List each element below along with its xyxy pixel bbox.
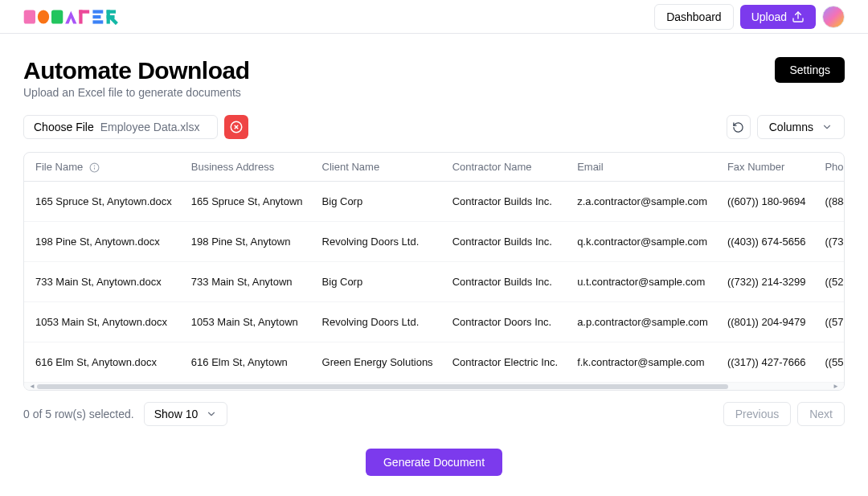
cell-fax-number: ((732)) 214-3299 bbox=[718, 262, 816, 302]
columns-button[interactable]: Columns bbox=[757, 115, 845, 139]
cell-file-name: 198 Pine St, Anytown.docx bbox=[24, 222, 182, 262]
close-circle-icon bbox=[229, 120, 244, 134]
scroll-right-arrow-icon: ► bbox=[831, 383, 841, 390]
scroll-left-arrow-icon: ◄ bbox=[27, 383, 37, 390]
info-icon bbox=[89, 162, 100, 173]
cell-client-name: Revolving Doors Ltd. bbox=[313, 302, 443, 342]
cell-email: z.a.contractor@sample.com bbox=[567, 182, 718, 222]
cell-client-name: Big Corp bbox=[313, 262, 443, 302]
col-contractor-name[interactable]: Contractor Name bbox=[443, 153, 568, 182]
cell-email: f.k.contractor@sample.com bbox=[567, 342, 718, 383]
table-row[interactable]: 198 Pine St, Anytown.docx198 Pine St, An… bbox=[24, 222, 844, 262]
cell-file-name: 733 Main St, Anytown.docx bbox=[24, 262, 182, 302]
file-input[interactable]: Choose File Employee Data.xlsx bbox=[23, 115, 218, 139]
cell-business-address: 1053 Main St, Anytown bbox=[182, 302, 313, 342]
cell-email: q.k.contractor@sample.com bbox=[567, 222, 718, 262]
col-client-name[interactable]: Client Name bbox=[313, 153, 443, 182]
cell-email: u.t.contractor@sample.com bbox=[567, 262, 718, 302]
svg-rect-6 bbox=[92, 10, 103, 13]
avatar[interactable] bbox=[822, 6, 845, 28]
dashboard-button[interactable]: Dashboard bbox=[654, 4, 734, 30]
cell-phone-number: ((522)) 274-6782 bbox=[815, 262, 844, 302]
table-row[interactable]: 1053 Main St, Anytown.docx1053 Main St, … bbox=[24, 302, 844, 342]
cell-client-name: Big Corp bbox=[313, 182, 443, 222]
cell-contractor-name: Contractor Builds Inc. bbox=[443, 262, 568, 302]
svg-rect-0 bbox=[24, 10, 35, 23]
refresh-button[interactable] bbox=[727, 115, 751, 139]
col-email[interactable]: Email bbox=[567, 153, 718, 182]
page-size-select[interactable]: Show 10 bbox=[144, 402, 227, 426]
cell-client-name: Green Energy Solutions bbox=[313, 342, 443, 383]
cell-fax-number: ((317)) 427-7666 bbox=[718, 342, 816, 383]
header-actions: Dashboard Upload bbox=[654, 4, 845, 30]
upload-button[interactable]: Upload bbox=[740, 5, 816, 29]
cell-business-address: 198 Pine St, Anytown bbox=[182, 222, 313, 262]
page-subtitle: Upload an Excel file to generate documen… bbox=[23, 86, 250, 99]
svg-rect-5 bbox=[79, 10, 89, 13]
logo-icon bbox=[23, 9, 128, 25]
data-table: File Name Business Address Client Name C… bbox=[23, 152, 845, 391]
cell-phone-number: ((735)) 455-9564 bbox=[815, 222, 844, 262]
next-button[interactable]: Next bbox=[797, 402, 845, 426]
cell-phone-number: ((884)) 924-5486 bbox=[815, 182, 844, 222]
page-title: Automate Download bbox=[23, 57, 250, 84]
selected-file-name: Employee Data.xlsx bbox=[100, 121, 200, 133]
svg-rect-8 bbox=[92, 20, 103, 23]
col-fax-number[interactable]: Fax Number bbox=[718, 153, 816, 182]
logo[interactable] bbox=[23, 9, 128, 25]
file-toolbar: Choose File Employee Data.xlsx Columns bbox=[23, 115, 845, 139]
svg-rect-1 bbox=[38, 10, 49, 23]
cell-fax-number: ((403)) 674-5656 bbox=[718, 222, 816, 262]
clear-file-button[interactable] bbox=[224, 115, 248, 139]
cell-business-address: 733 Main St, Anytown bbox=[182, 262, 313, 302]
cell-phone-number: ((558)) 507-1717 bbox=[815, 342, 844, 383]
cell-contractor-name: Contractor Electric Inc. bbox=[443, 342, 568, 383]
page-header: Automate Download Upload an Excel file t… bbox=[23, 57, 845, 99]
generate-row: Generate Document bbox=[23, 449, 845, 476]
col-phone-number[interactable]: Phone Number bbox=[815, 153, 844, 182]
horizontal-scrollbar[interactable]: ◄ ► bbox=[24, 382, 844, 390]
table-row[interactable]: 165 Spruce St, Anytown.docx165 Spruce St… bbox=[24, 182, 844, 222]
cell-contractor-name: Contractor Builds Inc. bbox=[443, 222, 568, 262]
svg-rect-7 bbox=[92, 14, 100, 18]
svg-line-12 bbox=[110, 17, 117, 24]
chevron-down-icon bbox=[206, 408, 217, 420]
svg-marker-3 bbox=[65, 10, 76, 23]
svg-rect-2 bbox=[51, 10, 63, 23]
previous-button[interactable]: Previous bbox=[723, 402, 791, 426]
cell-contractor-name: Contractor Doors Inc. bbox=[443, 302, 568, 342]
generate-document-button[interactable]: Generate Document bbox=[366, 449, 502, 476]
cell-file-name: 1053 Main St, Anytown.docx bbox=[24, 302, 182, 342]
cell-file-name: 165 Spruce St, Anytown.docx bbox=[24, 182, 182, 222]
selection-count: 0 of 5 row(s) selected. bbox=[23, 408, 134, 420]
settings-button[interactable]: Settings bbox=[775, 57, 845, 83]
choose-file-label: Choose File bbox=[34, 121, 94, 133]
cell-fax-number: ((607)) 180-9694 bbox=[718, 182, 816, 222]
upload-label: Upload bbox=[751, 10, 787, 23]
cell-contractor-name: Contractor Builds Inc. bbox=[443, 182, 568, 222]
app-header: Dashboard Upload bbox=[0, 0, 868, 34]
scrollbar-thumb[interactable] bbox=[37, 384, 728, 389]
table-footer: 0 of 5 row(s) selected. Show 10 Previous… bbox=[23, 402, 845, 426]
svg-point-19 bbox=[94, 166, 95, 166]
table-header-row: File Name Business Address Client Name C… bbox=[24, 153, 844, 182]
cell-phone-number: ((579)) 553-9744 bbox=[815, 302, 844, 342]
pagination: Previous Next bbox=[723, 402, 845, 426]
cell-client-name: Revolving Doors Ltd. bbox=[313, 222, 443, 262]
cell-fax-number: ((801)) 204-9479 bbox=[718, 302, 816, 342]
col-file-name[interactable]: File Name bbox=[24, 153, 182, 182]
cell-business-address: 616 Elm St, Anytown bbox=[182, 342, 313, 383]
cell-business-address: 165 Spruce St, Anytown bbox=[182, 182, 313, 222]
col-business-address[interactable]: Business Address bbox=[182, 153, 313, 182]
columns-label: Columns bbox=[769, 121, 813, 133]
upload-icon bbox=[792, 10, 805, 23]
svg-rect-10 bbox=[107, 10, 116, 13]
refresh-icon bbox=[732, 121, 744, 133]
cell-email: a.p.contractor@sample.com bbox=[567, 302, 718, 342]
cell-file-name: 616 Elm St, Anytown.docx bbox=[24, 342, 182, 383]
table-row[interactable]: 733 Main St, Anytown.docx733 Main St, An… bbox=[24, 262, 844, 302]
chevron-down-icon bbox=[821, 121, 833, 133]
page-size-label: Show 10 bbox=[154, 408, 198, 420]
main-content: Automate Download Upload an Excel file t… bbox=[0, 34, 868, 496]
table-row[interactable]: 616 Elm St, Anytown.docx616 Elm St, Anyt… bbox=[24, 342, 844, 383]
